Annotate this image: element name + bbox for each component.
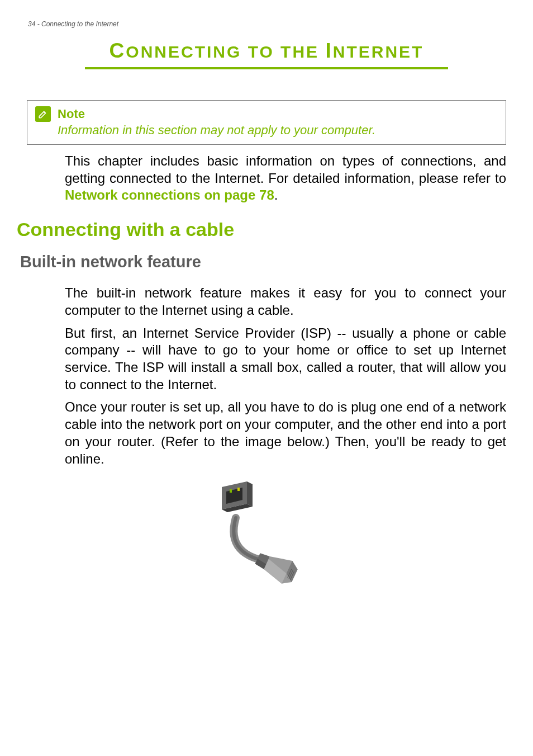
paragraph-1: The built-in network feature makes it ea…	[65, 285, 506, 319]
intro-text-start: This chapter includes basic information …	[65, 153, 506, 186]
chapter-title-cap1: C	[110, 39, 126, 62]
note-label: Note	[58, 107, 85, 121]
note-header-row: Note	[35, 106, 498, 122]
svg-rect-5	[237, 488, 240, 491]
ethernet-cable-illustration	[208, 479, 325, 602]
chapter-underline	[85, 67, 448, 69]
section-heading-cable: Connecting with a cable	[17, 219, 506, 240]
chapter-title-between: TO THE	[241, 42, 325, 61]
svg-rect-4	[230, 489, 232, 493]
chapter-title-rest2: NTERNET	[333, 42, 424, 61]
network-connections-link[interactable]: Network connections on page 78	[65, 187, 274, 202]
paragraph-3: Once your router is set up, all you have…	[65, 399, 506, 467]
note-box: Note Information in this section may not…	[27, 100, 506, 145]
intro-text-end: .	[274, 187, 278, 202]
paragraph-2: But first, an Internet Service Provider …	[65, 325, 506, 394]
chapter-title-rest1: ONNECTING	[126, 42, 241, 61]
chapter-title-cap2: I	[325, 39, 332, 62]
svg-marker-1	[247, 481, 253, 507]
pencil-icon	[35, 106, 51, 122]
intro-paragraph: This chapter includes basic information …	[65, 153, 506, 204]
page-header: 34 - Connecting to the Internet	[28, 20, 118, 28]
note-body: Information in this section may not appl…	[58, 123, 498, 138]
subsection-heading-builtin: Built-in network feature	[20, 253, 506, 271]
chapter-title: CONNECTING TO THE INTERNET	[0, 39, 533, 63]
